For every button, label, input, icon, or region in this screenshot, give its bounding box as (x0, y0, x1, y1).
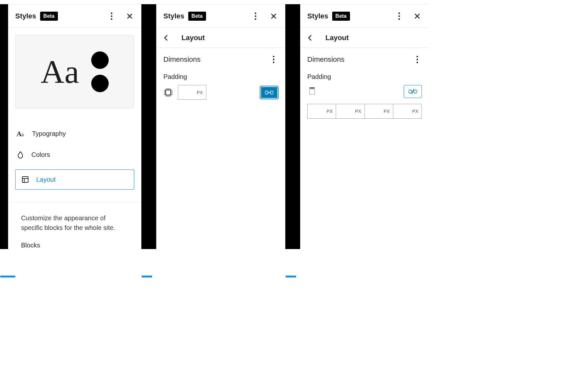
styles-header: Styles Beta (8, 5, 141, 28)
droplet-icon (16, 151, 24, 158)
black-strip (0, 4, 8, 249)
svg-rect-5 (22, 177, 28, 182)
menu-item-label: Typography (32, 130, 66, 137)
chevron-left-icon (163, 34, 169, 42)
chevron-left-icon (307, 34, 312, 42)
svg-point-8 (255, 18, 257, 20)
styles-header: Styles Beta (156, 5, 285, 28)
more-menu-button[interactable] (395, 12, 404, 21)
unit-label: PX (384, 109, 390, 114)
dimensions-section: Dimensions (156, 48, 285, 64)
subheader-title: Layout (181, 34, 205, 42)
typography-sample: Aa (41, 55, 79, 88)
unit-label: PX (355, 109, 361, 114)
style-categories: A a Typography Colors Layout (8, 116, 141, 190)
unlink-icon (409, 88, 417, 95)
svg-point-15 (399, 18, 400, 20)
box-top-side-icon (308, 87, 316, 96)
svg-point-7 (255, 15, 257, 17)
svg-point-16 (417, 56, 418, 58)
link-icon (265, 90, 273, 95)
padding-left-input[interactable]: PX (393, 104, 421, 118)
menu-item-layout[interactable]: Layout (15, 169, 134, 190)
style-preview-card: Aa (15, 35, 134, 109)
link-sides-button[interactable] (260, 86, 278, 99)
kebab-icon (273, 56, 275, 63)
progress-tick (142, 276, 152, 278)
box-sides-icon (164, 88, 172, 97)
svg-point-6 (255, 12, 257, 14)
svg-text:A: A (16, 130, 22, 138)
menu-item-label: Colors (31, 151, 50, 158)
section-title: Dimensions (307, 55, 344, 64)
svg-point-10 (273, 59, 275, 60)
beta-badge: Beta (332, 12, 350, 21)
back-button[interactable] (161, 33, 170, 42)
side-selector-button[interactable] (163, 88, 173, 97)
section-title: Dimensions (163, 55, 201, 64)
progress-tick (286, 276, 296, 278)
unit-label: PX (327, 109, 333, 114)
kebab-icon (255, 12, 257, 20)
kebab-icon (416, 56, 418, 63)
svg-point-13 (399, 12, 400, 14)
svg-point-11 (273, 62, 275, 63)
side-selector-button[interactable] (307, 87, 317, 96)
progress-tick (0, 276, 15, 278)
styles-title: Styles (163, 12, 184, 20)
padding-top-input[interactable]: PX (308, 104, 336, 118)
close-icon (414, 13, 421, 19)
svg-point-0 (111, 12, 113, 14)
svg-rect-19 (310, 89, 315, 94)
padding-per-side-inputs: PX PX PX PX (307, 104, 422, 119)
color-dots (91, 51, 109, 92)
layout-subheader: Layout (300, 28, 429, 48)
unlink-sides-button[interactable] (404, 85, 422, 98)
blocks-section-title[interactable]: Blocks (8, 233, 141, 249)
section-more-button[interactable] (413, 55, 422, 64)
unit-label: PX (412, 109, 418, 114)
menu-item-label: Layout (36, 176, 56, 183)
kebab-icon (398, 12, 400, 20)
svg-point-17 (417, 59, 418, 60)
black-strip (285, 4, 300, 249)
close-button[interactable] (269, 12, 278, 21)
svg-text:a: a (21, 132, 24, 137)
close-button[interactable] (125, 12, 134, 21)
padding-label: Padding (156, 64, 285, 85)
close-icon (270, 13, 277, 19)
blocks-description: Customize the appearance of specific blo… (8, 202, 141, 233)
beta-badge: Beta (40, 12, 58, 21)
svg-point-14 (399, 15, 400, 17)
unit-label: PX (197, 90, 203, 95)
styles-title: Styles (15, 12, 36, 20)
styles-header: Styles Beta (300, 5, 429, 28)
kebab-icon (111, 12, 113, 20)
styles-title: Styles (307, 12, 328, 20)
section-more-button[interactable] (269, 55, 278, 64)
svg-point-18 (417, 62, 418, 63)
padding-label: Padding (300, 64, 429, 85)
back-button[interactable] (305, 33, 314, 42)
padding-bottom-input[interactable]: PX (365, 104, 393, 118)
menu-item-colors[interactable]: Colors (8, 144, 141, 165)
typography-icon: A a (16, 129, 25, 138)
padding-value-input[interactable]: PX (178, 85, 206, 100)
dimensions-section: Dimensions (300, 48, 429, 64)
padding-right-input[interactable]: PX (336, 104, 365, 118)
beta-badge: Beta (188, 12, 206, 21)
svg-point-2 (111, 18, 113, 20)
more-menu-button[interactable] (251, 12, 260, 21)
layout-subheader: Layout (156, 28, 285, 48)
close-icon (126, 13, 133, 19)
svg-point-9 (273, 56, 275, 58)
menu-item-typography[interactable]: A a Typography (8, 123, 141, 144)
layout-icon (21, 176, 29, 183)
close-button[interactable] (413, 12, 422, 21)
subheader-title: Layout (325, 34, 349, 42)
black-strip (141, 4, 156, 249)
svg-point-1 (111, 15, 113, 17)
svg-rect-12 (166, 90, 171, 95)
more-menu-button[interactable] (107, 12, 116, 21)
